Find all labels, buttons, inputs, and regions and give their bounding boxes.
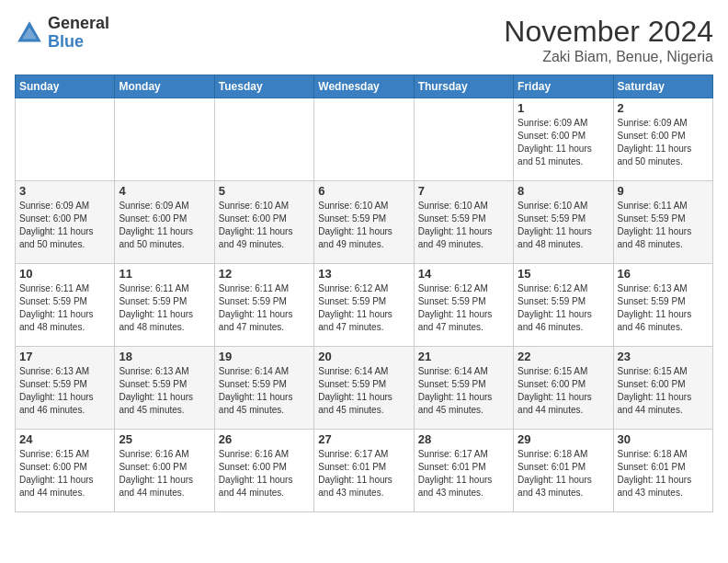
day-info: Sunrise: 6:17 AM Sunset: 6:01 PM Dayligh…	[418, 448, 509, 500]
day-info: Sunrise: 6:15 AM Sunset: 6:00 PM Dayligh…	[518, 365, 609, 417]
day-number: 8	[518, 184, 609, 198]
calendar-cell: 12Sunrise: 6:11 AM Sunset: 5:59 PM Dayli…	[214, 264, 313, 347]
calendar-cell: 14Sunrise: 6:12 AM Sunset: 5:59 PM Dayli…	[414, 264, 513, 347]
weekday-header-sunday: Sunday	[16, 75, 115, 98]
day-number: 13	[318, 267, 409, 281]
month-title: November 2024	[504, 15, 713, 49]
day-number: 5	[219, 184, 310, 198]
calendar-cell: 3Sunrise: 6:09 AM Sunset: 6:00 PM Daylig…	[16, 181, 115, 264]
day-number: 4	[119, 184, 210, 198]
calendar-cell	[414, 98, 513, 181]
day-info: Sunrise: 6:12 AM Sunset: 5:59 PM Dayligh…	[318, 282, 409, 334]
day-info: Sunrise: 6:10 AM Sunset: 5:59 PM Dayligh…	[518, 200, 609, 251]
calendar-cell: 23Sunrise: 6:15 AM Sunset: 6:00 PM Dayli…	[613, 347, 712, 430]
day-info: Sunrise: 6:15 AM Sunset: 6:00 PM Dayligh…	[618, 365, 709, 417]
day-info: Sunrise: 6:11 AM Sunset: 5:59 PM Dayligh…	[618, 200, 709, 251]
day-number: 6	[318, 184, 409, 198]
weekday-header-saturday: Saturday	[613, 75, 712, 98]
calendar-cell: 24Sunrise: 6:15 AM Sunset: 6:00 PM Dayli…	[16, 430, 115, 512]
calendar-cell: 26Sunrise: 6:16 AM Sunset: 6:00 PM Dayli…	[214, 430, 313, 512]
day-number: 14	[418, 267, 509, 281]
day-number: 18	[119, 350, 210, 363]
weekday-header-thursday: Thursday	[414, 75, 513, 98]
calendar-cell: 2Sunrise: 6:09 AM Sunset: 6:00 PM Daylig…	[613, 98, 712, 181]
day-info: Sunrise: 6:12 AM Sunset: 5:59 PM Dayligh…	[418, 282, 509, 334]
calendar-cell: 22Sunrise: 6:15 AM Sunset: 6:00 PM Dayli…	[514, 347, 613, 430]
day-info: Sunrise: 6:09 AM Sunset: 6:00 PM Dayligh…	[518, 117, 609, 168]
day-number: 28	[418, 432, 509, 446]
calendar-cell: 17Sunrise: 6:13 AM Sunset: 5:59 PM Dayli…	[16, 347, 115, 430]
title-area: November 2024 Zaki Biam, Benue, Nigeria	[504, 15, 713, 65]
calendar-cell: 11Sunrise: 6:11 AM Sunset: 5:59 PM Dayli…	[115, 264, 214, 347]
calendar-cell: 10Sunrise: 6:11 AM Sunset: 5:59 PM Dayli…	[16, 264, 115, 347]
calendar-cell: 7Sunrise: 6:10 AM Sunset: 5:59 PM Daylig…	[414, 181, 513, 264]
day-info: Sunrise: 6:10 AM Sunset: 5:59 PM Dayligh…	[418, 200, 509, 251]
day-info: Sunrise: 6:13 AM Sunset: 5:59 PM Dayligh…	[19, 365, 110, 417]
day-number: 11	[119, 267, 210, 281]
calendar-cell: 15Sunrise: 6:12 AM Sunset: 5:59 PM Dayli…	[514, 264, 613, 347]
day-number: 12	[219, 267, 310, 281]
day-info: Sunrise: 6:13 AM Sunset: 5:59 PM Dayligh…	[618, 282, 709, 334]
day-info: Sunrise: 6:14 AM Sunset: 5:59 PM Dayligh…	[318, 365, 409, 417]
logo: General Blue	[15, 15, 109, 52]
calendar-table: SundayMondayTuesdayWednesdayThursdayFrid…	[15, 75, 713, 512]
calendar-cell: 29Sunrise: 6:18 AM Sunset: 6:01 PM Dayli…	[514, 430, 613, 512]
day-number: 24	[19, 432, 110, 446]
day-info: Sunrise: 6:11 AM Sunset: 5:59 PM Dayligh…	[19, 282, 110, 334]
day-number: 20	[318, 350, 409, 363]
calendar-cell: 9Sunrise: 6:11 AM Sunset: 5:59 PM Daylig…	[613, 181, 712, 264]
calendar-cell: 8Sunrise: 6:10 AM Sunset: 5:59 PM Daylig…	[514, 181, 613, 264]
logo-general-text: General	[48, 15, 109, 33]
day-info: Sunrise: 6:11 AM Sunset: 5:59 PM Dayligh…	[219, 282, 310, 334]
day-number: 19	[219, 350, 310, 363]
day-number: 17	[19, 350, 110, 363]
calendar-cell: 28Sunrise: 6:17 AM Sunset: 6:01 PM Dayli…	[414, 430, 513, 512]
calendar-cell: 18Sunrise: 6:13 AM Sunset: 5:59 PM Dayli…	[115, 347, 214, 430]
weekday-header-monday: Monday	[115, 75, 214, 98]
day-number: 25	[119, 432, 210, 446]
day-number: 21	[418, 350, 509, 363]
location-text: Zaki Biam, Benue, Nigeria	[504, 49, 713, 65]
calendar-cell: 6Sunrise: 6:10 AM Sunset: 5:59 PM Daylig…	[314, 181, 414, 264]
day-number: 9	[618, 184, 709, 198]
day-info: Sunrise: 6:13 AM Sunset: 5:59 PM Dayligh…	[119, 365, 210, 417]
calendar-cell	[115, 98, 214, 181]
weekday-header-wednesday: Wednesday	[314, 75, 414, 98]
day-info: Sunrise: 6:18 AM Sunset: 6:01 PM Dayligh…	[518, 448, 609, 500]
day-number: 10	[19, 267, 110, 281]
day-number: 29	[518, 432, 609, 446]
day-info: Sunrise: 6:16 AM Sunset: 6:00 PM Dayligh…	[119, 448, 210, 500]
page-header: General Blue November 2024 Zaki Biam, Be…	[15, 15, 713, 65]
calendar-cell	[16, 98, 115, 181]
calendar-cell: 30Sunrise: 6:18 AM Sunset: 6:01 PM Dayli…	[613, 430, 712, 512]
day-info: Sunrise: 6:18 AM Sunset: 6:01 PM Dayligh…	[618, 448, 709, 500]
calendar-cell: 27Sunrise: 6:17 AM Sunset: 6:01 PM Dayli…	[314, 430, 414, 512]
calendar-cell: 4Sunrise: 6:09 AM Sunset: 6:00 PM Daylig…	[115, 181, 214, 264]
day-number: 15	[518, 267, 609, 281]
day-info: Sunrise: 6:15 AM Sunset: 6:00 PM Dayligh…	[19, 448, 110, 500]
day-info: Sunrise: 6:11 AM Sunset: 5:59 PM Dayligh…	[119, 282, 210, 334]
calendar-cell: 25Sunrise: 6:16 AM Sunset: 6:00 PM Dayli…	[115, 430, 214, 512]
calendar-cell: 1Sunrise: 6:09 AM Sunset: 6:00 PM Daylig…	[514, 98, 613, 181]
calendar-cell	[314, 98, 414, 181]
day-number: 27	[318, 432, 409, 446]
day-number: 3	[19, 184, 110, 198]
day-info: Sunrise: 6:09 AM Sunset: 6:00 PM Dayligh…	[119, 200, 210, 251]
calendar-cell: 21Sunrise: 6:14 AM Sunset: 5:59 PM Dayli…	[414, 347, 513, 430]
calendar-cell: 20Sunrise: 6:14 AM Sunset: 5:59 PM Dayli…	[314, 347, 414, 430]
calendar-cell: 16Sunrise: 6:13 AM Sunset: 5:59 PM Dayli…	[613, 264, 712, 347]
day-number: 30	[618, 432, 709, 446]
day-number: 26	[219, 432, 310, 446]
day-number: 2	[618, 101, 709, 115]
day-info: Sunrise: 6:14 AM Sunset: 5:59 PM Dayligh…	[219, 365, 310, 417]
day-number: 1	[518, 101, 609, 115]
day-info: Sunrise: 6:10 AM Sunset: 5:59 PM Dayligh…	[318, 200, 409, 251]
calendar-cell	[214, 98, 313, 181]
logo-blue-text: Blue	[48, 33, 109, 52]
day-info: Sunrise: 6:10 AM Sunset: 6:00 PM Dayligh…	[219, 200, 310, 251]
logo-icon	[15, 18, 44, 48]
day-number: 23	[618, 350, 709, 363]
day-number: 7	[418, 184, 509, 198]
day-number: 16	[618, 267, 709, 281]
day-info: Sunrise: 6:17 AM Sunset: 6:01 PM Dayligh…	[318, 448, 409, 500]
